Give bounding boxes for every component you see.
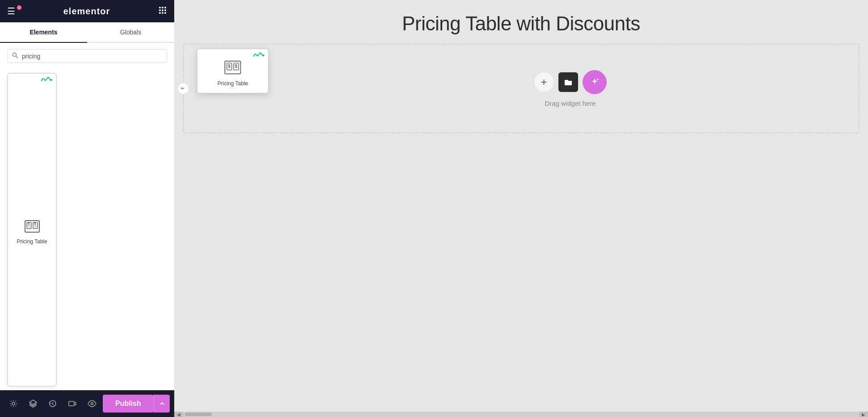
sidebar: ☰ elementor Elements Globals — [0, 0, 174, 417]
grid-icon[interactable] — [158, 6, 167, 17]
svg-point-0 — [159, 7, 161, 8]
svg-rect-21 — [74, 402, 76, 405]
bottom-bar: Publish — [0, 390, 174, 417]
scroll-arrow-right[interactable]: ▶ — [859, 412, 868, 417]
responsive-icon[interactable] — [63, 395, 81, 413]
svg-point-19 — [12, 402, 15, 405]
scroll-arrow-left[interactable]: ◀ — [174, 412, 183, 417]
dot-indicator — [17, 5, 21, 10]
dragging-pro-badge — [253, 52, 264, 59]
svg-line-10 — [16, 56, 18, 58]
layers-icon[interactable] — [24, 395, 42, 413]
svg-point-2 — [164, 7, 166, 8]
svg-text:$: $ — [34, 221, 36, 225]
svg-point-3 — [159, 9, 161, 11]
drop-col-left: $ $ Pricing Table — [184, 44, 282, 133]
page-title-bar: Pricing Table with Discounts — [174, 0, 868, 44]
dragging-widget-label: Pricing Table — [218, 80, 248, 87]
dragging-widget-icon: $ $ — [223, 57, 243, 77]
svg-point-6 — [159, 12, 161, 14]
drop-icons-row: + — [534, 70, 607, 94]
ai-button[interactable] — [583, 70, 607, 94]
drop-col-right: + Drag widget here — [282, 44, 859, 133]
h-scrollbar[interactable]: ◀ ▶ — [174, 412, 868, 417]
pricing-table-label: Pricing Table — [17, 238, 47, 245]
svg-point-5 — [164, 9, 166, 11]
scroll-thumb[interactable] — [185, 413, 212, 416]
drop-label: Drag widget here — [545, 100, 595, 107]
svg-point-23 — [263, 54, 264, 56]
publish-chevron[interactable] — [154, 395, 170, 413]
svg-text:$: $ — [28, 221, 30, 225]
svg-point-11 — [50, 79, 52, 81]
svg-point-1 — [162, 7, 164, 8]
search-bar — [0, 43, 174, 69]
tabs: Elements Globals — [0, 22, 174, 43]
svg-text:$: $ — [228, 63, 231, 69]
svg-point-7 — [162, 12, 164, 14]
search-input[interactable] — [22, 53, 162, 60]
tab-globals[interactable]: Globals — [87, 22, 174, 42]
svg-point-22 — [91, 403, 93, 405]
search-icon — [12, 52, 18, 60]
elementor-logo: elementor — [63, 6, 110, 17]
top-bar: ☰ elementor — [0, 0, 174, 22]
pro-badge-icon — [41, 76, 52, 83]
eye-icon[interactable] — [83, 395, 101, 413]
drop-actions: + Drag widget here — [534, 70, 607, 107]
hamburger-icon[interactable]: ☰ — [7, 6, 15, 17]
svg-point-4 — [162, 9, 164, 11]
collapse-handle[interactable] — [177, 83, 189, 94]
svg-point-9 — [13, 53, 17, 57]
drop-row: $ $ Pricing Table + — [183, 44, 859, 133]
page-title: Pricing Table with Discounts — [174, 13, 868, 35]
templates-button[interactable] — [558, 72, 578, 92]
canvas: Pricing Table with Discounts — [174, 0, 868, 417]
svg-point-8 — [164, 12, 166, 14]
tab-elements[interactable]: Elements — [0, 22, 87, 42]
dragging-widget[interactable]: $ $ Pricing Table — [197, 49, 268, 93]
pricing-table-widget[interactable]: $ $ Pricing Table — [7, 73, 57, 387]
history-icon[interactable] — [44, 395, 62, 413]
widget-grid: $ $ Pricing Table — [0, 69, 174, 390]
settings-icon[interactable] — [4, 395, 22, 413]
publish-button[interactable]: Publish — [103, 395, 154, 413]
pricing-table-icon: $ $ — [23, 217, 41, 235]
svg-rect-20 — [69, 401, 74, 406]
svg-text:$: $ — [235, 63, 237, 69]
add-widget-button[interactable]: + — [534, 72, 554, 92]
